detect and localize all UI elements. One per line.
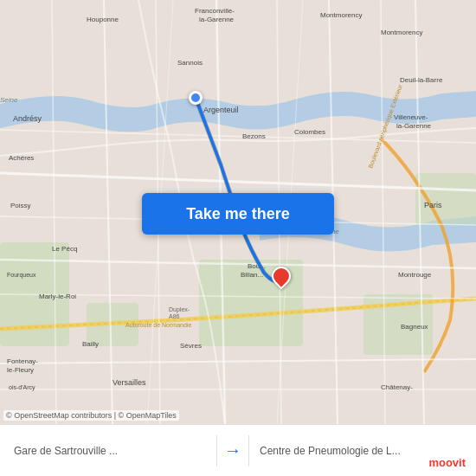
- svg-text:Sèvres: Sèvres: [180, 342, 202, 350]
- svg-text:Sannois: Sannois: [177, 59, 203, 67]
- svg-text:Autoroute de Normandie: Autoroute de Normandie: [125, 322, 191, 328]
- svg-text:Argenteuil: Argenteuil: [203, 106, 239, 114]
- svg-text:Montrouge: Montrouge: [398, 271, 432, 279]
- destination-label: Centre de Pneumologie de L...: [260, 445, 462, 457]
- footer-divider: [216, 435, 217, 466]
- svg-text:A86: A86: [169, 313, 180, 319]
- svg-text:Deuil-la-Barre: Deuil-la-Barre: [400, 76, 443, 84]
- svg-text:Fontenay-: Fontenay-: [7, 357, 38, 365]
- moovit-text: moovit: [428, 456, 466, 469]
- svg-text:Bailly: Bailly: [82, 340, 99, 348]
- origin-label: Gare de Sartrouville ...: [14, 445, 216, 457]
- svg-text:Versailles: Versailles: [113, 378, 146, 387]
- svg-text:Paris: Paris: [424, 201, 442, 209]
- svg-text:Bou...: Bou...: [248, 262, 266, 270]
- svg-text:ois-d'Arcy: ois-d'Arcy: [9, 384, 35, 391]
- origin-marker: [189, 91, 203, 105]
- svg-text:Andrésy: Andrésy: [13, 114, 42, 123]
- footer-origin: Gare de Sartrouville ...: [14, 445, 216, 457]
- destination-marker: [272, 267, 293, 293]
- svg-text:le-Fleury: le-Fleury: [7, 366, 34, 374]
- svg-text:Seine: Seine: [0, 96, 18, 104]
- svg-text:Franconville-: Franconville-: [195, 7, 235, 15]
- svg-text:Billan...: Billan...: [241, 271, 263, 279]
- svg-text:Montmorency: Montmorency: [381, 29, 422, 36]
- svg-text:Poissy: Poissy: [10, 202, 31, 209]
- map[interactable]: Andrésy Achères Poissy Le Pécq Fourqueux…: [0, 0, 476, 424]
- svg-text:Marly-le-Roi: Marly-le-Roi: [39, 293, 76, 300]
- svg-text:Le Pécq: Le Pécq: [52, 245, 77, 253]
- svg-rect-3: [415, 173, 476, 225]
- svg-text:Achères: Achères: [9, 154, 34, 162]
- footer-destination: Centre de Pneumologie de L...: [249, 445, 462, 457]
- svg-text:Duplex-: Duplex-: [169, 306, 190, 313]
- svg-text:Châtenay-: Châtenay-: [381, 383, 413, 391]
- svg-text:Bagneux: Bagneux: [401, 323, 428, 331]
- svg-text:Houponne: Houponne: [87, 16, 119, 23]
- moovit-logo: moovit: [428, 456, 466, 469]
- svg-text:Fourqueux: Fourqueux: [7, 272, 36, 279]
- take-me-there-button[interactable]: Take me there: [142, 193, 334, 235]
- svg-text:Colombes: Colombes: [294, 128, 325, 136]
- svg-text:la-Garenne: la-Garenne: [396, 122, 432, 130]
- svg-text:Villeneuve-: Villeneuve-: [394, 113, 428, 121]
- osm-attribution: © OpenStreetMap contributors | © OpenMap…: [3, 410, 179, 421]
- svg-text:Bezons: Bezons: [242, 132, 266, 140]
- svg-text:la-Garenne: la-Garenne: [199, 16, 235, 23]
- arrow-icon: →: [224, 441, 241, 460]
- footer: Gare de Sartrouville ... → Centre de Pne…: [0, 424, 476, 476]
- svg-text:Montmorency: Montmorency: [320, 11, 362, 19]
